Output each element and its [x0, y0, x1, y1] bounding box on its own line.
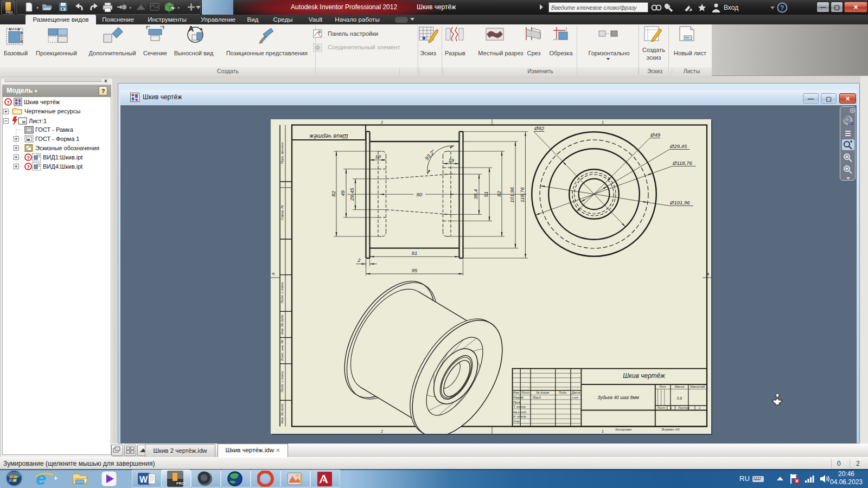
- svg-text:Взам. инв. №: Взам. инв. №: [280, 340, 284, 361]
- svg-text:A: A: [188, 24, 194, 33]
- svg-text:А: А: [706, 272, 710, 276]
- svg-text:Справ. №: Справ. №: [280, 205, 284, 220]
- svg-text:95: 95: [412, 267, 418, 273]
- svg-text:Утв.: Утв.: [513, 420, 520, 423]
- svg-text:?: ?: [780, 4, 784, 12]
- svg-text:Лит.: Лит.: [659, 385, 667, 388]
- svg-text:Подп.: Подп.: [559, 391, 567, 394]
- svg-text:101,96: 101,96: [509, 187, 515, 203]
- svg-text:Ø118,76: Ø118,76: [672, 160, 692, 166]
- svg-text:Ø101,96: Ø101,96: [669, 200, 690, 206]
- svg-text:1: 1: [602, 120, 604, 124]
- svg-text:На к.отд.: На к.отд.: [513, 410, 527, 414]
- svg-text:А: А: [271, 272, 275, 275]
- svg-text:29,45: 29,45: [349, 188, 355, 201]
- svg-text:80: 80: [417, 191, 423, 197]
- svg-text:51: 51: [483, 191, 489, 197]
- svg-text:38,4: 38,4: [473, 189, 479, 200]
- svg-text:19: 19: [448, 157, 454, 163]
- svg-text:Инв. № дубл.: Инв. № дубл.: [280, 314, 284, 335]
- svg-text:Перв. примен.: Перв. примен.: [280, 142, 284, 164]
- svg-text:Юрий: Юрий: [533, 396, 541, 399]
- svg-text:Лист: Лист: [656, 406, 665, 409]
- svg-text:Изм.: Изм.: [513, 391, 520, 394]
- svg-text:W: W: [139, 475, 148, 484]
- svg-text:Ø29,45: Ø29,45: [669, 143, 687, 149]
- svg-text:Лист: Лист: [521, 391, 529, 394]
- svg-text:Т, контр.: Т, контр.: [513, 405, 526, 408]
- svg-text:Листов: Листов: [678, 406, 690, 409]
- svg-text:Масса: Масса: [675, 385, 685, 388]
- svg-text:PRO: PRO: [176, 481, 185, 485]
- svg-text:Разраб.: Разраб.: [513, 396, 524, 399]
- svg-text:Шкив чертёж: Шкив чертёж: [309, 133, 348, 140]
- svg-text:49: 49: [340, 190, 346, 196]
- svg-text:Ø82: Ø82: [534, 125, 545, 131]
- svg-text:81: 81: [412, 250, 418, 256]
- svg-text:Ø49: Ø49: [650, 132, 661, 138]
- svg-text:0,6: 0,6: [676, 396, 682, 400]
- svg-text:Дата: Дата: [571, 391, 580, 394]
- svg-text:e: e: [36, 469, 46, 487]
- svg-text:Пров.: Пров.: [513, 401, 521, 404]
- svg-text:118,76: 118,76: [519, 187, 525, 203]
- svg-text:Инв. № подл.: Инв. № подл.: [280, 403, 284, 423]
- svg-text:19: 19: [375, 153, 381, 159]
- svg-text:Зудьев 40 шаг 8мм: Зудьев 40 шаг 8мм: [597, 395, 639, 400]
- svg-text:х.июл: х.июл: [571, 396, 578, 399]
- svg-text:Н. контр.: Н. контр.: [513, 415, 527, 418]
- svg-text:2: 2: [380, 120, 383, 124]
- svg-text:1: 1: [670, 406, 672, 409]
- svg-text:Вход: Вход: [724, 4, 738, 11]
- svg-text:?: ?: [27, 164, 30, 170]
- svg-text:?: ?: [27, 155, 30, 160]
- svg-text:1: 1: [602, 429, 604, 433]
- svg-text:Формат А3: Формат А3: [662, 428, 680, 431]
- svg-text:82: 82: [330, 191, 336, 197]
- svg-text:82: 82: [496, 191, 502, 197]
- svg-text:2D: 2D: [848, 121, 853, 126]
- svg-text:Подп. и дата: Подп. и дата: [280, 282, 284, 303]
- svg-text:Масштаб: Масштаб: [690, 385, 705, 388]
- svg-text:Шкив чертёж: Шкив чертёж: [623, 372, 665, 380]
- svg-text:Подп. и дата: Подп. и дата: [280, 371, 284, 392]
- svg-text:2: 2: [380, 429, 383, 433]
- svg-text:2: 2: [357, 257, 361, 263]
- svg-text:?: ?: [7, 100, 10, 105]
- svg-text:№ докум.: № докум.: [536, 391, 550, 394]
- svg-text:Копировал: Копировал: [615, 428, 631, 431]
- svg-text:1: 1: [699, 406, 700, 409]
